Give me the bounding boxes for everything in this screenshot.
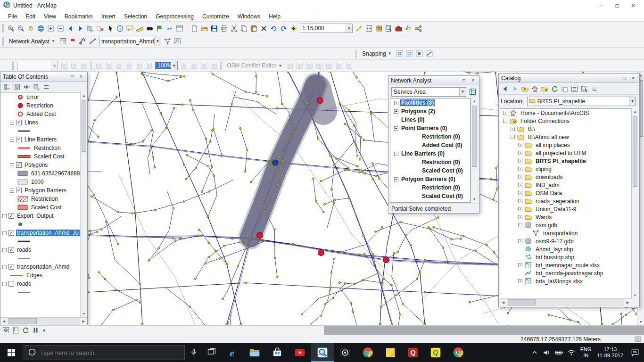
osm-download-icon[interactable] [285,61,295,71]
collapse-icon[interactable]: − [518,223,522,227]
expand-icon[interactable]: + [518,215,522,219]
facility-marker[interactable] [383,257,389,263]
list-by-visibility-icon[interactable] [22,82,32,92]
catalog-item[interactable]: +Home - Documents\ArcGIS [500,109,631,117]
catalog-window-icon[interactable] [374,24,384,33]
expand-icon[interactable]: + [503,111,507,115]
scroll-left-icon[interactable]: ◀ [500,301,507,304]
endpoint-arc-icon[interactable] [124,61,134,71]
scroll-left-icon[interactable]: ◀ [41,329,47,332]
zoom-in-icon[interactable] [6,24,16,33]
edge-tool-icon[interactable] [199,61,209,71]
options-icon[interactable] [589,84,599,94]
edit-annotation-icon[interactable] [69,61,79,71]
catalog-horizontal-scrollbar[interactable]: ◀ ▶ [500,298,631,306]
network-analyst-item[interactable]: +Added Cost (0) [390,141,470,149]
collapse-icon[interactable]: − [2,265,7,269]
toc-item[interactable] [0,220,80,229]
analysis-mode-combo[interactable]: Service Area▼ [391,87,466,97]
layer-checkbox[interactable]: ✓ [8,247,14,253]
osm-conflict-icon[interactable] [305,61,314,71]
catalog-item[interactable]: +brts_lat&longs.xlsx [500,277,631,285]
sketch-tool-icon[interactable] [94,61,104,71]
chevron-up-icon[interactable] [528,348,541,357]
taskbar-search[interactable] [23,345,185,360]
expand-icon[interactable]: + [518,143,522,147]
task-view-icon[interactable] [203,343,221,362]
toc-item[interactable]: −roads [0,280,80,288]
collapse-icon[interactable]: − [511,135,515,139]
edge-taskbar-icon[interactable]: e [221,343,243,362]
location-combo[interactable]: BRTS Pt_shapefile▼ [527,97,636,106]
find-route-icon[interactable] [155,24,165,33]
identify-icon[interactable]: i [115,24,125,33]
toc-item[interactable]: −✓Polygons [0,161,80,169]
osm-attributes-icon[interactable] [314,61,324,71]
edge-snapping-icon[interactable] [424,49,434,58]
end-snapping-icon[interactable] [405,49,414,58]
pan-icon[interactable] [26,24,36,33]
toc-item[interactable]: −✓Polygon Barriers [0,186,80,195]
scroll-thumb[interactable] [472,106,477,167]
network-analyst-item[interactable]: −Line Barriers (0) [390,149,470,158]
scroll-up-icon[interactable]: ▲ [81,92,87,99]
expand-icon[interactable]: + [518,183,522,187]
network-analyst-item[interactable]: +Restriction (0) [390,183,470,192]
layer-checkbox[interactable]: ✓ [16,188,22,193]
network-analyst-item[interactable]: −Point Barriers (0) [390,124,470,132]
scroll-thumb[interactable] [633,116,637,187]
up-one-level-icon[interactable] [520,84,530,94]
layer-checkbox[interactable]: ✓ [8,213,14,219]
volume-icon[interactable] [541,348,553,357]
list-by-drawing-order-icon[interactable] [2,82,12,92]
osm-split-icon[interactable] [334,61,344,71]
network-analyst-item[interactable]: +Facilities (8) [390,99,470,107]
catalog-item[interactable]: +OSM Data [500,189,631,197]
collapse-icon[interactable]: − [2,282,7,286]
catalog-item[interactable]: +Wards [500,213,631,221]
zoom-out-icon[interactable] [16,24,26,33]
toggle-contents-icon[interactable] [570,84,579,94]
toc-item[interactable]: −✓roads [0,246,80,254]
list-by-source-icon[interactable] [12,82,22,92]
catalog-item[interactable]: +brt busstop.shp [500,253,631,261]
menu-item-windows[interactable]: Windows [233,12,265,21]
catalog-item[interactable]: −osm.gdb [500,221,631,229]
toc-item[interactable]: Edges [0,271,80,280]
chevron-down-icon[interactable]: ▼ [629,97,636,106]
toolbar-grip[interactable] [91,61,93,70]
scroll-down-icon[interactable]: ▼ [471,196,478,203]
toc-vertical-scrollbar[interactable]: ▲ ▼ [80,92,87,317]
qgis-q-red-taskbar-icon[interactable]: Q [402,343,424,362]
scroll-down-icon[interactable]: ▼ [632,292,638,299]
catalog-item[interactable]: +B:\ [500,125,631,133]
network-analyst-window-icon[interactable] [58,36,68,46]
rotate-tool-icon[interactable] [209,61,219,71]
osm-upload-icon[interactable] [295,61,305,71]
expand-icon[interactable]: + [518,167,522,171]
language-indicator[interactable]: ENGIN [578,346,594,359]
battery-icon[interactable] [553,348,565,357]
undo-icon[interactable] [269,24,279,33]
expand-icon[interactable]: + [518,151,522,155]
refresh-icon[interactable] [550,84,560,94]
print-icon[interactable] [219,24,229,33]
record-target-taskbar-icon[interactable] [334,343,356,362]
scroll-thumb[interactable] [508,299,536,305]
facility-marker[interactable] [257,232,263,239]
pin-icon[interactable]: □ [68,74,76,80]
pause-drawing-icon[interactable] [31,325,41,335]
trace-tool-icon[interactable] [114,61,124,71]
expand-icon[interactable]: + [518,175,522,179]
scroll-thumb[interactable] [8,318,37,324]
network-analyst-item[interactable]: +Restriction (0) [390,158,470,166]
scroll-up-icon[interactable]: ▲ [632,108,638,115]
editor-toolbar-icon[interactable] [354,24,364,33]
action-center-icon[interactable] [626,348,644,357]
refresh-view-icon[interactable] [21,325,31,335]
attributes-tool-icon[interactable] [79,61,89,71]
toc-item[interactable] [0,237,80,246]
collapse-icon[interactable]: − [503,119,507,123]
toc-item[interactable]: 631.635429674698 [0,169,80,178]
scroll-up-icon[interactable]: ▲ [471,98,478,105]
